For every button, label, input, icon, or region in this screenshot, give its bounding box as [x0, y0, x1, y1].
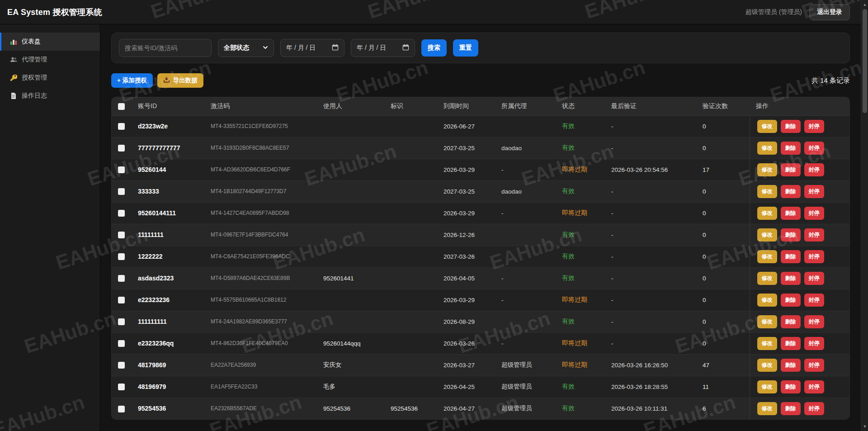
- modify-button[interactable]: 修改: [757, 337, 777, 350]
- sidebar-item-logs[interactable]: 操作日志: [0, 87, 100, 105]
- date-end-input[interactable]: 年 / 月 / 日: [351, 39, 415, 57]
- verify-count-cell: 0: [696, 202, 750, 224]
- modify-button[interactable]: 修改: [757, 402, 777, 415]
- scrollbar-down-arrow[interactable]: ▼: [861, 423, 868, 430]
- activation-code-cell: MT4-3355721C1CEFE6D97275: [204, 115, 317, 137]
- search-input[interactable]: [119, 39, 212, 57]
- user-cell: [317, 115, 384, 137]
- expire-date-cell: 2026-04-25: [437, 376, 495, 398]
- modify-button[interactable]: 修改: [757, 142, 777, 155]
- modify-button[interactable]: 修改: [757, 359, 777, 372]
- status-select[interactable]: 全部状态: [218, 39, 274, 57]
- row-checkbox[interactable]: [118, 210, 125, 217]
- expire-date-cell: 2026-03-29: [437, 159, 495, 180]
- delete-button[interactable]: 删除: [781, 359, 801, 372]
- agent-cell: daodao: [495, 137, 556, 159]
- export-data-button[interactable]: 导出数据: [157, 73, 203, 88]
- suspend-button[interactable]: 封停: [804, 315, 824, 328]
- select-all-checkbox[interactable]: [118, 103, 125, 110]
- suspend-button[interactable]: 封停: [804, 380, 824, 393]
- suspend-button[interactable]: 封停: [804, 250, 824, 263]
- row-checkbox[interactable]: [118, 340, 125, 347]
- row-checkbox[interactable]: [118, 406, 125, 412]
- add-license-button[interactable]: + 添加授权: [111, 73, 153, 88]
- row-actions: 修改删除封停: [750, 137, 850, 159]
- modify-button[interactable]: 修改: [757, 207, 777, 220]
- modify-button[interactable]: 修改: [757, 250, 777, 263]
- modify-button[interactable]: 修改: [757, 185, 777, 198]
- row-checkbox[interactable]: [118, 188, 125, 195]
- last-verify-cell: -: [605, 202, 696, 224]
- row-checkbox[interactable]: [118, 275, 125, 282]
- tag-cell: [384, 289, 437, 311]
- row-checkbox[interactable]: [118, 297, 125, 303]
- suspend-button[interactable]: 封停: [804, 120, 824, 133]
- sidebar-item-agents[interactable]: 代理管理: [0, 51, 100, 69]
- delete-button[interactable]: 删除: [781, 250, 801, 263]
- delete-button[interactable]: 删除: [781, 163, 801, 176]
- status-cell: 有效: [556, 311, 605, 332]
- delete-button[interactable]: 删除: [781, 402, 801, 415]
- expire-date-cell: 2027-03-25: [437, 137, 495, 159]
- logout-button[interactable]: 退出登录: [809, 4, 850, 20]
- delete-button[interactable]: 删除: [781, 207, 801, 220]
- expire-date-cell: 2026-12-26: [437, 224, 495, 246]
- suspend-button[interactable]: 封停: [804, 185, 824, 198]
- scrollbar-up-arrow[interactable]: ▲: [861, 1, 868, 8]
- account-id-cell: d2323w2e: [132, 115, 204, 137]
- status-cell: 有效: [556, 398, 605, 419]
- expire-date-cell: 2027-03-26: [437, 246, 495, 267]
- suspend-button[interactable]: 封停: [804, 359, 824, 372]
- delete-button[interactable]: 删除: [781, 380, 801, 393]
- account-id-cell: 95260144111: [132, 202, 204, 224]
- suspend-button[interactable]: 封停: [804, 163, 824, 176]
- delete-button[interactable]: 删除: [781, 337, 801, 350]
- suspend-button[interactable]: 封停: [804, 337, 824, 350]
- modify-button[interactable]: 修改: [757, 380, 777, 393]
- delete-button[interactable]: 删除: [781, 185, 801, 198]
- sidebar-item-dashboard[interactable]: 仪表盘: [0, 33, 100, 51]
- row-checkbox[interactable]: [118, 253, 125, 260]
- agent-cell: 超级管理员: [495, 376, 556, 398]
- delete-button[interactable]: 删除: [781, 272, 801, 285]
- suspend-button[interactable]: 封停: [804, 272, 824, 285]
- suspend-button[interactable]: 封停: [804, 402, 824, 415]
- modify-button[interactable]: 修改: [757, 272, 777, 285]
- search-button[interactable]: 搜索: [421, 39, 447, 57]
- row-checkbox[interactable]: [118, 362, 125, 369]
- current-user-label: 超级管理员 (管理员): [745, 8, 802, 16]
- suspend-button[interactable]: 封停: [804, 207, 824, 220]
- delete-button[interactable]: 删除: [781, 228, 801, 242]
- reset-button[interactable]: 重置: [453, 39, 478, 57]
- agent-cell: -: [495, 332, 556, 354]
- modify-button[interactable]: 修改: [757, 163, 777, 176]
- activation-code-cell: EA2326B5567ADE: [204, 398, 317, 419]
- delete-button[interactable]: 删除: [781, 315, 801, 328]
- last-verify-cell: -: [605, 311, 696, 332]
- activation-code-cell: MT4-D5897A6DAE42CE63E89B: [204, 267, 317, 289]
- col-status: 状态: [556, 97, 605, 115]
- tag-cell: [384, 267, 437, 289]
- suspend-button[interactable]: 封停: [804, 228, 824, 242]
- row-checkbox[interactable]: [118, 384, 125, 390]
- user-cell: 95260144qqq: [317, 332, 384, 354]
- modify-button[interactable]: 修改: [757, 120, 777, 133]
- suspend-button[interactable]: 封停: [804, 294, 824, 307]
- modify-button[interactable]: 修改: [757, 315, 777, 328]
- row-checkbox[interactable]: [118, 123, 125, 130]
- delete-button[interactable]: 删除: [781, 294, 801, 307]
- row-checkbox[interactable]: [118, 232, 125, 238]
- delete-button[interactable]: 删除: [781, 120, 801, 133]
- sidebar-item-licenses[interactable]: 授权管理: [0, 69, 100, 87]
- delete-button[interactable]: 删除: [781, 142, 801, 155]
- suspend-button[interactable]: 封停: [804, 142, 824, 155]
- modify-button[interactable]: 修改: [757, 228, 777, 242]
- scrollbar-thumb[interactable]: [863, 9, 867, 113]
- row-actions: 修改删除封停: [750, 224, 850, 246]
- vertical-scrollbar[interactable]: ▲ ▼: [861, 0, 868, 431]
- modify-button[interactable]: 修改: [757, 294, 777, 307]
- date-start-input[interactable]: 年 / 月 / 日: [280, 39, 344, 57]
- row-checkbox[interactable]: [118, 318, 125, 325]
- row-checkbox[interactable]: [118, 145, 125, 152]
- row-checkbox[interactable]: [118, 166, 125, 173]
